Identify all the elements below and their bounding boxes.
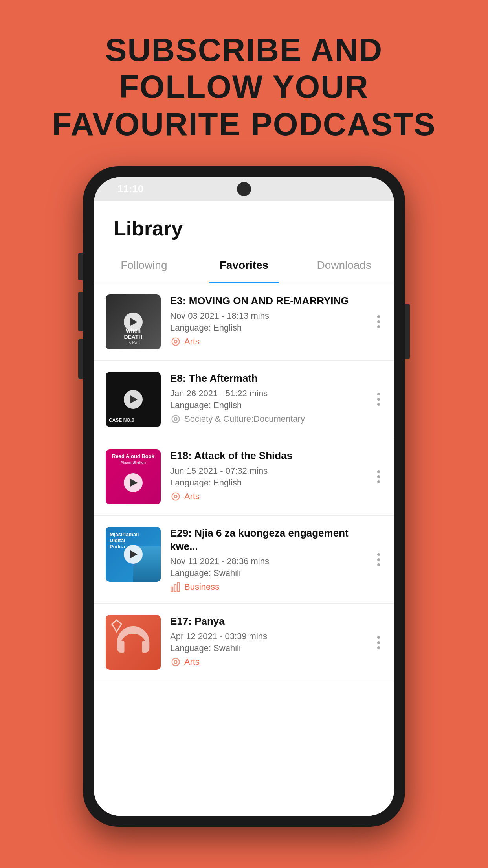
category-label: Society & Culture:Documentary — [184, 414, 305, 424]
episode-date: Jan 26 2021 - 51:22 mins — [170, 388, 365, 399]
svg-point-11 — [174, 661, 177, 664]
svg-point-4 — [172, 493, 180, 500]
episode-category: Society & Culture:Documentary — [170, 414, 365, 425]
episode-thumbnail[interactable]: MjasiriamaliDigitalPodca... — [106, 527, 161, 582]
category-label: Arts — [184, 337, 200, 347]
app-content: Library Following Favorites Downloads — [94, 201, 394, 816]
episode-date: Nov 11 2021 - 28:36 mins — [170, 556, 365, 566]
tabs-container: Following Favorites Downloads — [94, 248, 394, 283]
episode-list: WhenDEATH us Part E3: MOVING ON AND RE-M… — [94, 283, 394, 682]
library-header: Library — [94, 201, 394, 248]
list-item: Read Aloud BookAlison Shelton E18: Attac… — [94, 438, 394, 516]
tab-following[interactable]: Following — [94, 248, 194, 283]
episode-info: E8: The Aftermath Jan 26 2021 - 51:22 mi… — [170, 372, 365, 425]
more-options-button[interactable] — [375, 466, 382, 487]
phone-device: 11:10 Library Following Favorites — [83, 166, 405, 827]
episode-info: E17: Panya Apr 12 2021 - 03:39 mins Lang… — [170, 615, 365, 668]
episode-title: E3: MOVING ON AND RE-MARRYING — [170, 294, 365, 308]
episode-category: Business — [170, 581, 365, 592]
episode-language: Language: Swahili — [170, 568, 365, 578]
documentary-icon — [170, 414, 181, 425]
episode-title: E29: Njia 6 za kuongeza engagement kwe..… — [170, 527, 365, 554]
side-button-1 — [78, 253, 83, 280]
episode-category: Arts — [170, 491, 365, 502]
svg-point-0 — [172, 338, 180, 345]
business-icon — [170, 581, 181, 592]
episode-date: Jun 15 2021 - 07:32 mins — [170, 466, 365, 476]
category-label: Arts — [184, 657, 200, 667]
svg-rect-6 — [171, 587, 173, 592]
episode-info: E3: MOVING ON AND RE-MARRYING Nov 03 202… — [170, 294, 365, 347]
more-options-button[interactable] — [375, 549, 382, 570]
camera-notch — [237, 182, 251, 196]
tab-downloads[interactable]: Downloads — [294, 248, 394, 283]
phone-wrapper: 11:10 Library Following Favorites — [0, 166, 488, 827]
list-item: E17: Panya Apr 12 2021 - 03:39 mins Lang… — [94, 604, 394, 681]
play-button[interactable] — [124, 473, 143, 492]
category-label: Arts — [184, 491, 200, 502]
status-time: 11:10 — [117, 183, 144, 195]
list-item: CASE NO.0 E8: The Aftermath Jan 26 2021 … — [94, 361, 394, 438]
side-button-2 — [78, 292, 83, 331]
hero-text: SUBSCRIBE AND FOLLOW YOUR FAVOURITE PODC… — [0, 0, 488, 166]
episode-language: Language: English — [170, 400, 365, 410]
side-button-3 — [78, 339, 83, 379]
diamond-icon — [110, 619, 124, 633]
episode-thumbnail[interactable]: WhenDEATH us Part — [106, 294, 161, 349]
svg-rect-7 — [174, 585, 176, 592]
episode-language: Language: Swahili — [170, 643, 365, 653]
episode-category: Arts — [170, 657, 365, 668]
svg-point-1 — [174, 340, 177, 343]
more-options-button[interactable] — [375, 311, 382, 332]
play-button[interactable] — [124, 545, 143, 564]
svg-point-2 — [172, 415, 180, 423]
svg-marker-9 — [112, 620, 121, 632]
side-button-right — [405, 304, 410, 359]
more-options-button[interactable] — [375, 632, 382, 653]
episode-thumbnail[interactable] — [106, 615, 161, 670]
hero-section: SUBSCRIBE AND FOLLOW YOUR FAVOURITE PODC… — [0, 0, 488, 166]
tab-favorites[interactable]: Favorites — [194, 248, 294, 283]
play-button[interactable] — [124, 390, 143, 409]
episode-info: E29: Njia 6 za kuongeza engagement kwe..… — [170, 527, 365, 593]
episode-language: Language: English — [170, 323, 365, 333]
svg-rect-8 — [178, 583, 180, 592]
category-label: Business — [184, 582, 219, 592]
episode-category: Arts — [170, 336, 365, 347]
library-title: Library — [114, 217, 374, 240]
episode-thumbnail[interactable]: Read Aloud BookAlison Shelton — [106, 449, 161, 504]
svg-point-5 — [174, 495, 177, 498]
list-item: MjasiriamaliDigitalPodca... E29: Njia 6 … — [94, 516, 394, 604]
episode-title: E8: The Aftermath — [170, 372, 365, 385]
more-options-button[interactable] — [375, 389, 382, 410]
svg-point-10 — [172, 658, 180, 666]
episode-title: E18: Attack of the Shidas — [170, 449, 365, 463]
episode-date: Apr 12 2021 - 03:39 mins — [170, 631, 365, 642]
episode-thumbnail[interactable]: CASE NO.0 — [106, 372, 161, 427]
episode-date: Nov 03 2021 - 18:13 mins — [170, 311, 365, 321]
arts-icon — [170, 336, 181, 347]
hero-title: SUBSCRIBE AND FOLLOW YOUR FAVOURITE PODC… — [31, 31, 457, 143]
episode-info: E18: Attack of the Shidas Jun 15 2021 - … — [170, 449, 365, 502]
episode-title: E17: Panya — [170, 615, 365, 628]
svg-point-3 — [174, 417, 177, 420]
phone-screen: 11:10 Library Following Favorites — [94, 177, 394, 816]
episode-language: Language: English — [170, 478, 365, 488]
arts-icon — [170, 491, 181, 502]
status-bar: 11:10 — [94, 177, 394, 201]
arts-icon — [170, 657, 181, 668]
list-item: WhenDEATH us Part E3: MOVING ON AND RE-M… — [94, 283, 394, 361]
